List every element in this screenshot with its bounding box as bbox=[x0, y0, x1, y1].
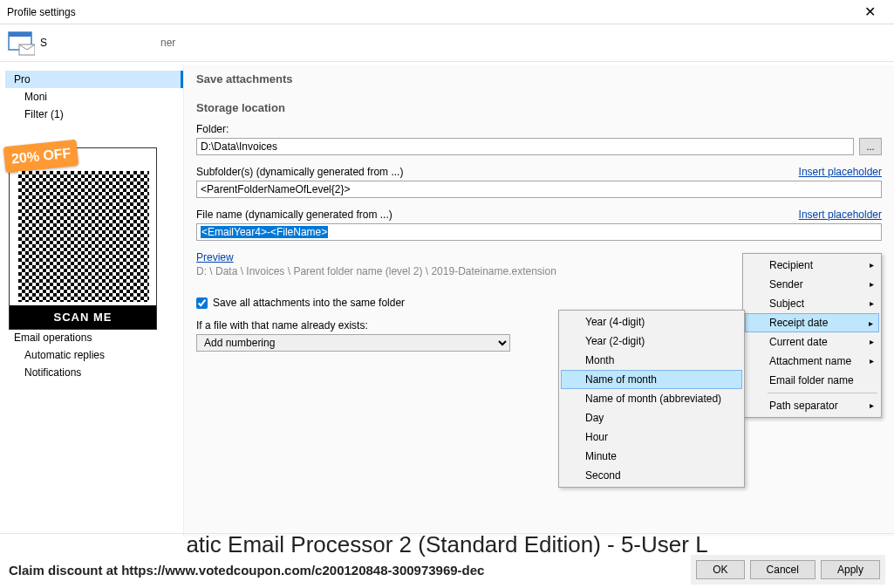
chevron-right-icon: ▸ bbox=[870, 356, 874, 366]
folder-input[interactable] bbox=[196, 138, 854, 155]
chevron-right-icon: ▸ bbox=[869, 318, 873, 328]
menu-item[interactable]: Recipient▸ bbox=[745, 256, 879, 275]
exists-select[interactable]: Add numbering bbox=[196, 334, 510, 352]
chevron-right-icon: ▸ bbox=[870, 337, 874, 346]
filename-label: File name (dynamically generated from ..… bbox=[196, 209, 882, 221]
browse-button[interactable]: ... bbox=[859, 138, 882, 155]
menu-item[interactable]: Year (4-digit) bbox=[561, 312, 742, 332]
context-menu-main[interactable]: Recipient▸Sender▸Subject▸Receipt date▸Cu… bbox=[742, 253, 882, 418]
filename-input[interactable]: <EmailYear4>-<FileName> bbox=[196, 223, 882, 241]
sidebar-item[interactable]: Notifications bbox=[5, 364, 183, 381]
menu-item[interactable]: Day bbox=[561, 408, 742, 427]
menu-item[interactable]: Hour bbox=[561, 427, 742, 447]
chevron-right-icon: ▸ bbox=[870, 260, 874, 270]
save-all-checkbox[interactable] bbox=[196, 297, 208, 309]
menu-item[interactable]: Sender▸ bbox=[745, 275, 879, 294]
sidebar-item[interactable]: Filter (1) bbox=[5, 106, 183, 123]
folder-group: Folder: ... bbox=[196, 123, 882, 155]
chevron-right-icon: ▸ bbox=[870, 298, 874, 308]
menu-item[interactable]: Attachment name▸ bbox=[745, 352, 879, 371]
save-all-label: Save all attachments into the same folde… bbox=[213, 297, 405, 309]
menu-item[interactable]: Subject▸ bbox=[745, 294, 879, 313]
insert-placeholder-link-1[interactable]: Insert placeholder bbox=[799, 166, 882, 178]
scan-me-label: SCAN ME bbox=[10, 305, 156, 329]
chevron-right-icon: ▸ bbox=[870, 279, 874, 289]
window-title: Profile settings bbox=[7, 6, 852, 18]
button-bar: OK Cancel Apply bbox=[691, 555, 885, 585]
subfolder-label: Subfolder(s) (dynamically generated from… bbox=[196, 166, 882, 178]
qr-overlay: 20% OFF SCAN ME bbox=[9, 147, 157, 330]
filename-group: Insert placeholder File name (dynamicall… bbox=[196, 209, 882, 241]
section-header: Save attachments bbox=[196, 72, 882, 85]
ok-button[interactable]: OK bbox=[696, 560, 744, 579]
divider bbox=[0, 61, 894, 62]
sidebar-item[interactable]: Email operations bbox=[5, 329, 183, 346]
qr-code-image bbox=[18, 171, 149, 302]
menu-item[interactable]: Name of month bbox=[561, 370, 742, 389]
subfolder-input[interactable] bbox=[196, 181, 882, 198]
menu-item[interactable]: Current date▸ bbox=[745, 332, 879, 352]
menu-item[interactable]: Path separator▸ bbox=[745, 396, 879, 415]
titlebar: Profile settings ✕ bbox=[0, 0, 894, 24]
menu-item[interactable]: Month bbox=[561, 351, 742, 370]
insert-placeholder-link-2[interactable]: Insert placeholder bbox=[799, 209, 882, 221]
toolbar: S ner bbox=[0, 24, 894, 61]
menu-item[interactable]: Year (2-digit) bbox=[561, 332, 742, 351]
context-menu-sub[interactable]: Year (4-digit)Year (2-digit)MonthName of… bbox=[558, 310, 745, 488]
app-icon bbox=[7, 29, 35, 57]
sidebar: ProMoniFilter (1)Print settingsZIP archi… bbox=[0, 65, 183, 537]
storage-subheader: Storage location bbox=[196, 101, 882, 114]
cancel-button[interactable]: Cancel bbox=[750, 560, 816, 579]
apply-button[interactable]: Apply bbox=[821, 560, 880, 579]
menu-item[interactable]: Second bbox=[561, 466, 742, 485]
preview-link[interactable]: Preview bbox=[196, 251, 234, 263]
sidebar-item[interactable]: Pro bbox=[5, 71, 183, 88]
chevron-right-icon: ▸ bbox=[870, 400, 874, 410]
promo-url: Claim discount at https://www.votedcoupo… bbox=[9, 563, 484, 578]
subfolder-group: Insert placeholder Subfolder(s) (dynamic… bbox=[196, 166, 882, 198]
close-icon[interactable]: ✕ bbox=[852, 3, 887, 20]
menu-item[interactable]: Name of month (abbreviated) bbox=[561, 389, 742, 408]
menu-item[interactable]: Minute bbox=[561, 447, 742, 466]
sidebar-item[interactable]: Moni bbox=[5, 88, 183, 106]
svg-rect-1 bbox=[9, 32, 31, 37]
menu-item[interactable]: Receipt date▸ bbox=[745, 313, 879, 332]
folder-label: Folder: bbox=[196, 123, 882, 135]
toolbar-prefix: S bbox=[40, 37, 47, 49]
menu-item[interactable]: Email folder name bbox=[745, 371, 879, 390]
toolbar-suffix: ner bbox=[160, 37, 175, 49]
sidebar-item[interactable]: Automatic replies bbox=[5, 346, 183, 364]
